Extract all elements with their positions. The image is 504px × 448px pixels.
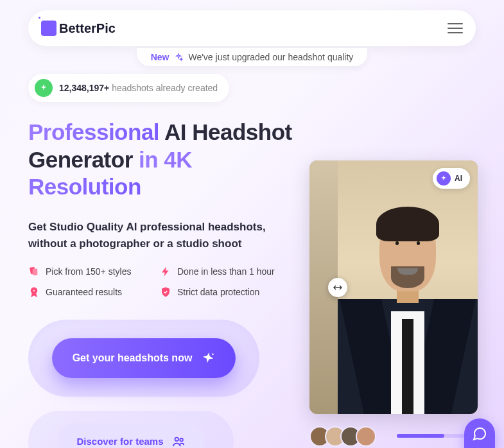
after-image (338, 160, 478, 414)
svg-point-4 (212, 353, 214, 355)
hero-subheading: Get Studio Quality AI professional heads… (28, 219, 272, 253)
people-icon (171, 435, 186, 448)
counter-number: 12,348,197+ (59, 83, 109, 93)
svg-point-3 (33, 289, 35, 292)
sparkle-icon (200, 350, 216, 366)
feature-grid: Pick from 150+ styles Done in less than … (28, 266, 285, 298)
example-avatars[interactable] (309, 426, 376, 447)
cta-label: Get your headshots now (73, 352, 193, 364)
hero-content: 12,348,197+ headshots already created Pr… (28, 74, 304, 448)
feature-guarantee: Guaranteed results (28, 286, 153, 298)
new-label: New (151, 52, 169, 62)
feature-text: Pick from 150+ styles (46, 266, 131, 277)
headshot-comparison-card[interactable]: AI (309, 160, 478, 414)
drag-horizontal-icon (332, 282, 343, 293)
cta2-label: Discover for teams (76, 436, 163, 447)
ribbon-icon (28, 286, 40, 298)
heading-gradient-1: Professional (28, 119, 159, 144)
carousel-progress[interactable] (397, 434, 474, 438)
new-text: We've just upgraded our headshot quality (188, 52, 353, 62)
chat-button[interactable] (464, 418, 495, 448)
upgrade-banner[interactable]: New We've just upgraded our headshot qua… (137, 48, 368, 66)
comparison-slider-handle[interactable] (328, 278, 347, 297)
feature-text: Guaranteed results (46, 287, 122, 297)
brand-logo[interactable]: BetterPic (41, 21, 116, 36)
swatch-icon (28, 266, 40, 277)
hero-heading: Professional AI Headshot Generator in 4K… (28, 119, 304, 201)
avatar (356, 426, 376, 447)
top-nav: BetterPic (28, 10, 476, 46)
ai-badge: AI (433, 168, 470, 189)
get-headshots-button[interactable]: Get your headshots now (52, 338, 236, 378)
brand-name: BetterPic (59, 21, 116, 36)
headshot-counter-pill: 12,348,197+ headshots already created (28, 74, 229, 102)
feature-text: Done in less than 1 hour (177, 266, 275, 277)
progress-fill (397, 434, 444, 438)
sparkle-badge-icon (35, 79, 53, 97)
feature-text: Strict data protection (177, 287, 259, 297)
secondary-cta-glow: Discover for teams (28, 411, 234, 448)
shield-check-icon (160, 286, 171, 298)
feature-privacy: Strict data protection (160, 286, 285, 298)
primary-cta-glow: Get your headshots now (28, 320, 259, 397)
svg-point-5 (175, 437, 178, 441)
menu-icon[interactable] (448, 23, 463, 33)
chat-icon (472, 426, 487, 442)
logo-mark-icon (41, 21, 56, 36)
sparkle-icon (174, 53, 183, 62)
counter-text: headshots already created (112, 83, 218, 93)
bolt-icon (160, 266, 171, 277)
discover-teams-button[interactable]: Discover for teams (57, 423, 204, 448)
svg-point-6 (180, 438, 183, 442)
ai-badge-text: AI (455, 174, 462, 183)
feature-speed: Done in less than 1 hour (160, 266, 285, 277)
feature-styles: Pick from 150+ styles (28, 266, 153, 277)
svg-rect-1 (33, 268, 38, 275)
sparkle-dot-icon (437, 171, 451, 185)
